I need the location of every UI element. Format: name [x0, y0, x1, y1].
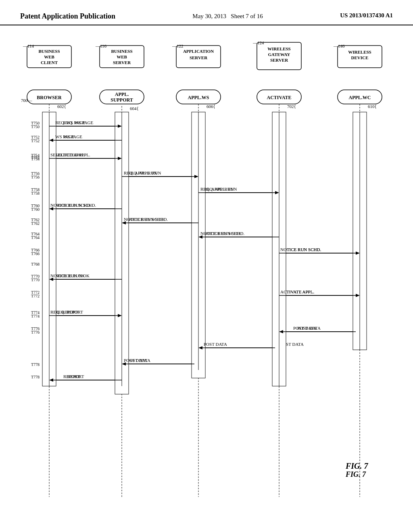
svg-text:T772: T772 [31, 294, 40, 298]
svg-text:GATEWAY: GATEWAY [268, 52, 290, 57]
svg-text:NOTICE RUN SCHD.: NOTICE RUN SCHD. [200, 231, 241, 236]
svg-text:700—: 700— [21, 98, 33, 103]
publication-date-sheet: May 30, 2013 Sheet 7 of 16 [192, 12, 263, 21]
svg-text:WIRELESS: WIRELESS [348, 50, 371, 54]
svg-text:610⟨: 610⟨ [368, 104, 376, 109]
svg-text:604⟨: 604⟨ [130, 106, 138, 111]
svg-text:NOTICE RUN SCHD.: NOTICE RUN SCHD. [124, 217, 165, 222]
svg-text:—124: —124 [252, 40, 264, 45]
svg-text:APPLICATION: APPLICATION [183, 49, 214, 54]
svg-text:T768: T768 [31, 262, 40, 266]
svg-text:SERVER: SERVER [113, 60, 131, 65]
svg-text:POST DATA: POST DATA [124, 358, 147, 363]
svg-text:602⟨: 602⟨ [57, 104, 66, 109]
svg-text:FIG. 7: FIG. 7 [345, 470, 366, 478]
svg-text:—122: —122 [172, 44, 184, 48]
svg-text:NOTICE RUN SCHD.: NOTICE RUN SCHD. [280, 247, 321, 252]
patent-diagram: BUSINESS WEB CLIENT —114 BUSINESS WEB SE… [12, 33, 401, 505]
svg-text:T776: T776 [31, 330, 40, 335]
svg-text:T750: T750 [31, 125, 40, 129]
page-header: Patent Application Publication May 30, 2… [0, 0, 413, 25]
svg-text:FIG. 7: FIG. 7 [345, 461, 369, 470]
svg-text:BUSINESS: BUSINESS [111, 49, 132, 54]
svg-text:SERVER: SERVER [190, 55, 208, 60]
svg-text:T778: T778 [31, 362, 40, 367]
svg-text:T754: T754 [31, 157, 40, 161]
svg-text:T760: T760 [31, 207, 40, 212]
svg-text:—146: —146 [333, 44, 345, 48]
svg-text:T752: T752 [31, 139, 40, 143]
svg-text:606⟨: 606⟨ [206, 104, 215, 109]
svg-text:CLIENT: CLIENT [41, 60, 58, 65]
svg-text:SUPPORT: SUPPORT [111, 97, 133, 103]
svg-text:REPORT: REPORT [63, 374, 80, 379]
svg-text:NOTICE RUN OK: NOTICE RUN OK [50, 273, 85, 278]
svg-text:WIRELESS: WIRELESS [267, 46, 290, 51]
svg-text:SELECTED APPL.: SELECTED APPL. [50, 152, 86, 157]
svg-text:WEB: WEB [117, 54, 127, 59]
publication-number: US 2013/0137430 A1 [340, 12, 393, 19]
svg-text:SERVER: SERVER [270, 58, 288, 62]
svg-text:702⟨: 702⟨ [287, 104, 296, 109]
svg-text:NOTICE RUN SCHD.: NOTICE RUN SCHD. [50, 203, 91, 208]
svg-text:BROWSER: BROWSER [37, 95, 62, 100]
svg-text:REQ. WS PAGE: REQ. WS PAGE [55, 120, 86, 125]
svg-text:POST DATA: POST DATA [293, 326, 317, 330]
svg-text:POST DATA: POST DATA [204, 342, 227, 347]
svg-text:APPL.: APPL. [115, 91, 129, 97]
svg-text:REQ. REPORT: REQ. REPORT [50, 310, 78, 314]
svg-text:APPL.WC: APPL.WC [349, 95, 371, 100]
svg-text:BUSINESS: BUSINESS [38, 49, 60, 54]
svg-text:—114: —114 [23, 44, 34, 48]
svg-text:T762: T762 [31, 221, 40, 226]
svg-text:T764: T764 [31, 235, 40, 240]
svg-text:T766: T766 [31, 251, 40, 256]
svg-text:—116: —116 [95, 44, 107, 48]
diagram-area: BUSINESS WEB CLIENT —114 BUSINESS WEB SE… [0, 25, 413, 513]
svg-text:T756: T756 [31, 175, 40, 179]
svg-text:T770: T770 [31, 278, 40, 282]
svg-text:WEB: WEB [44, 54, 54, 59]
svg-text:APPL.WS: APPL.WS [188, 95, 209, 100]
svg-text:REQ. APPL. RUN: REQ. APPL. RUN [124, 170, 157, 175]
svg-text:T778: T778 [31, 375, 40, 379]
svg-text:T774: T774 [31, 314, 40, 318]
svg-text:T758: T758 [31, 191, 40, 195]
svg-text:ACTIVATE APPL.: ACTIVATE APPL. [280, 289, 314, 294]
publication-title: Patent Application Publication [20, 12, 115, 21]
svg-text:ACTIVATE: ACTIVATE [267, 95, 292, 100]
svg-text:REQ. APPL. RUN: REQ. APPL. RUN [200, 187, 234, 191]
svg-text:WS PAGE: WS PAGE [55, 134, 74, 139]
svg-text:DEVICE: DEVICE [351, 55, 369, 60]
